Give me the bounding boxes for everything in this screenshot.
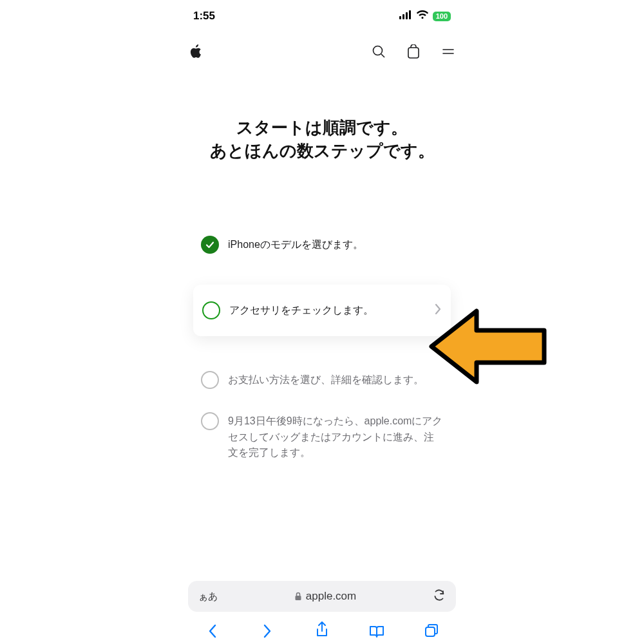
url-domain: apple.com: [294, 590, 356, 603]
svg-line-5: [381, 54, 384, 57]
circle-outline-icon: [202, 301, 220, 319]
step-label: 9月13日午後9時になったら、apple.comにアクセスしてバッグまたはアカウ…: [228, 412, 443, 461]
search-icon[interactable]: [371, 44, 386, 59]
svg-rect-9: [295, 596, 301, 600]
circle-outline-icon: [201, 371, 219, 389]
step-item-accessory[interactable]: アクセサリをチェックします。: [193, 285, 451, 336]
wifi-icon: [416, 10, 429, 23]
step-item-payment: お支払い方法を選び、詳細を確認します。: [193, 359, 451, 401]
menu-icon[interactable]: [440, 44, 456, 59]
page-title: スタートは順調です。 あとほんの数ステップです。: [187, 116, 457, 163]
status-time: 1:55: [193, 10, 215, 23]
text-size-button[interactable]: ぁあ: [198, 591, 218, 603]
share-icon[interactable]: [314, 621, 330, 638]
back-icon[interactable]: [204, 621, 221, 638]
step-label: お支払い方法を選び、詳細を確認します。: [228, 371, 424, 388]
step-item-model: iPhoneのモデルを選びます。: [193, 224, 451, 265]
svg-marker-11: [431, 311, 544, 382]
svg-rect-2: [406, 12, 408, 19]
cellular-signal-icon: [399, 10, 412, 23]
app-header: [174, 32, 470, 71]
svg-point-4: [374, 46, 383, 55]
step-item-order: 9月13日午後9時になったら、apple.comにアクセスしてバッグまたはアカウ…: [193, 401, 451, 473]
svg-rect-1: [402, 14, 404, 19]
bookmarks-icon[interactable]: [368, 621, 385, 638]
svg-rect-6: [408, 48, 419, 58]
browser-chrome: ぁあ apple.com: [174, 581, 470, 644]
url-bar[interactable]: ぁあ apple.com: [188, 581, 456, 612]
bag-icon[interactable]: [406, 44, 421, 59]
annotation-arrow-icon: [425, 305, 554, 391]
circle-outline-icon: [201, 412, 219, 430]
steps-list: iPhoneのモデルを選びます。 アクセサリをチェックします。 お支払い方法を選…: [187, 224, 457, 473]
svg-rect-3: [409, 10, 411, 19]
battery-indicator: 100: [433, 12, 451, 21]
tabs-icon[interactable]: [423, 621, 440, 638]
lock-icon: [294, 592, 302, 601]
svg-rect-0: [399, 16, 401, 19]
step-label: iPhoneのモデルを選びます。: [228, 236, 363, 253]
check-circle-icon: [201, 236, 219, 254]
browser-toolbar: [174, 616, 470, 644]
reload-icon[interactable]: [433, 589, 446, 604]
svg-rect-10: [426, 627, 435, 636]
step-label: アクセサリをチェックします。: [229, 301, 374, 319]
forward-icon[interactable]: [259, 621, 276, 638]
apple-logo-icon[interactable]: [188, 44, 204, 59]
status-bar: 1:55 100: [174, 0, 470, 32]
